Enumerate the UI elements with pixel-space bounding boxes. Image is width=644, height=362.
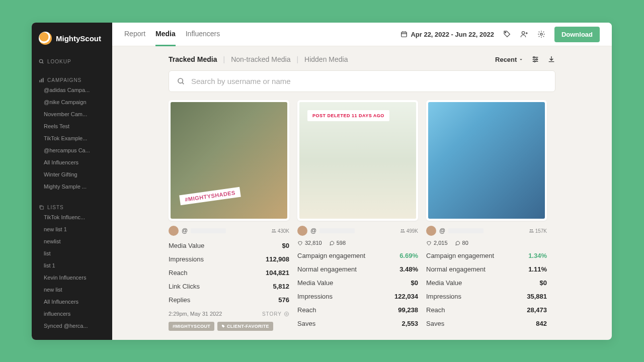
users-icon (271, 228, 276, 233)
gear-icon[interactable] (284, 311, 289, 317)
stat-row: Reach 28,473 (426, 306, 547, 314)
sidebar-item-campaign[interactable]: November Cam... (32, 108, 112, 120)
tab-media[interactable]: Media (155, 23, 176, 46)
stat-value: $0 (282, 242, 289, 249)
media-thumbnail[interactable]: POST DELETED 11 DAYS AGO (297, 100, 418, 221)
comment-icon (329, 240, 335, 246)
svg-point-28 (403, 229, 404, 231)
gear-icon[interactable] (537, 30, 545, 38)
sidebar-item-list[interactable]: list 1 (32, 259, 112, 272)
tags: #MIGHTYSCOUT CLIENT-FAVORITE (169, 322, 289, 331)
stat-label: Media Value (169, 242, 204, 249)
stat-label: Saves (426, 320, 444, 327)
username: @ (310, 227, 316, 234)
svg-point-29 (530, 229, 531, 231)
stat-row: Reach 99,238 (297, 306, 418, 314)
stat-row: Replies 576 (169, 296, 289, 304)
add-user-icon[interactable] (520, 30, 528, 38)
sidebar-item-campaign[interactable]: TikTok Example... (32, 132, 112, 144)
media-thumbnail[interactable] (426, 100, 547, 221)
svg-point-25 (286, 313, 287, 315)
likes: 2,015 (426, 240, 448, 246)
sidebar-item-campaign[interactable]: Winter Gifting (32, 168, 112, 180)
media-card: #MIGHTYSHADES @ 430K Media Value $0 Impr… (169, 100, 289, 331)
export-icon[interactable] (547, 55, 555, 63)
stat-row: Impressions 122,034 (297, 293, 418, 300)
date-range-picker[interactable]: Apr 22, 2022 - Jun 22, 2022 (400, 31, 494, 38)
download-button[interactable]: Download (554, 27, 600, 42)
sidebar-item-campaign[interactable]: @hercampus Ca... (32, 144, 112, 156)
users-icon (529, 228, 534, 233)
stat-row: Normal engagement 3.48% (297, 265, 418, 273)
sidebar-lookup[interactable]: LOOKUP (32, 54, 112, 65)
search-icon (39, 59, 44, 64)
stat-label: Impressions (297, 293, 333, 300)
stat-row: Normal engagement 1.11% (426, 265, 547, 273)
sliders-icon[interactable] (531, 55, 539, 63)
stat-value: 5,812 (273, 283, 289, 290)
sidebar-item-list[interactable]: new list (32, 284, 112, 296)
brand-name: MightyScout (56, 34, 101, 43)
sidebar-item-list[interactable]: TikTok Influenc... (32, 211, 112, 223)
user-row[interactable]: @ 499K (297, 226, 418, 236)
svg-point-11 (522, 32, 524, 34)
stat-label: Impressions (169, 255, 204, 263)
cards-grid: #MIGHTYSHADES @ 430K Media Value $0 Impr… (169, 100, 555, 331)
stat-value: 2,553 (401, 320, 418, 327)
stat-value: 28,473 (527, 306, 547, 314)
sidebar-item-list[interactable]: Synced @herca... (32, 320, 112, 332)
user-row[interactable]: @ 430K (169, 226, 289, 236)
username-redacted (448, 228, 484, 233)
search-box[interactable] (169, 70, 555, 92)
stat-label: Saves (297, 320, 315, 327)
sidebar-item-list[interactable]: All Influencers (32, 296, 112, 308)
tab-influencers[interactable]: Influencers (186, 23, 220, 46)
avatar (169, 226, 179, 236)
svg-line-1 (42, 62, 43, 63)
tab-report[interactable]: Report (124, 23, 145, 46)
sidebar-item-list[interactable]: influencers (32, 308, 112, 320)
sidebar-item-list[interactable]: new list 1 (32, 223, 112, 235)
stat-value: 576 (278, 296, 289, 304)
svg-point-23 (272, 229, 274, 231)
tag[interactable]: #MIGHTYSCOUT (169, 322, 214, 331)
sidebar-lists-header[interactable]: LISTS (32, 200, 112, 211)
user-row[interactable]: @ 157K (426, 226, 547, 236)
search-input[interactable] (191, 77, 547, 85)
svg-rect-2 (39, 80, 40, 82)
filter-tracked[interactable]: Tracked Media (169, 55, 217, 63)
content: Tracked Media | Non-tracked Media | Hidd… (112, 46, 612, 340)
filter-nontracked[interactable]: Non-tracked Media (231, 55, 290, 63)
svg-point-20 (534, 61, 535, 62)
sort-dropdown[interactable]: Recent (495, 56, 523, 63)
tag-icon[interactable] (503, 30, 511, 38)
svg-point-21 (178, 78, 183, 83)
sidebar-item-list[interactable]: Kevin Influencers (32, 272, 112, 284)
stat-value: 35,881 (527, 293, 547, 300)
svg-rect-3 (41, 79, 42, 82)
svg-point-10 (505, 32, 506, 33)
sidebar-item-campaign[interactable]: All Influencers (32, 156, 112, 168)
stat-label: Campaign engagement (297, 252, 365, 259)
media-thumbnail[interactable]: #MIGHTYSHADES (169, 100, 289, 221)
sidebar-item-list[interactable]: list (32, 247, 112, 259)
logo[interactable]: MightyScout (32, 23, 112, 54)
sidebar-campaigns-header[interactable]: CAMPAIGNS (32, 72, 112, 84)
topnav: Report Media Influencers (124, 23, 390, 46)
tag[interactable]: CLIENT-FAVORITE (217, 322, 273, 331)
sidebar-item-campaign[interactable]: @nike Campaign (32, 96, 112, 108)
stat-row: Media Value $0 (426, 279, 547, 287)
sidebar-item-list[interactable]: newlist (32, 235, 112, 247)
stat-label: Normal engagement (297, 265, 357, 273)
stat-label: Reach (297, 306, 316, 314)
stat-value: 122,034 (394, 293, 418, 300)
sidebar-item-campaign[interactable]: Mighty Sample ... (32, 180, 112, 193)
sidebar-item-campaign[interactable]: @adidas Campa... (32, 84, 112, 96)
sidebar-item-campaign[interactable]: Reels Test (32, 120, 112, 132)
svg-rect-6 (401, 32, 407, 37)
svg-rect-5 (40, 206, 43, 209)
stat-value: 104,821 (266, 269, 289, 277)
avatar (297, 226, 307, 236)
filter-hidden[interactable]: Hidden Media (304, 55, 348, 63)
heart-icon (426, 240, 432, 246)
